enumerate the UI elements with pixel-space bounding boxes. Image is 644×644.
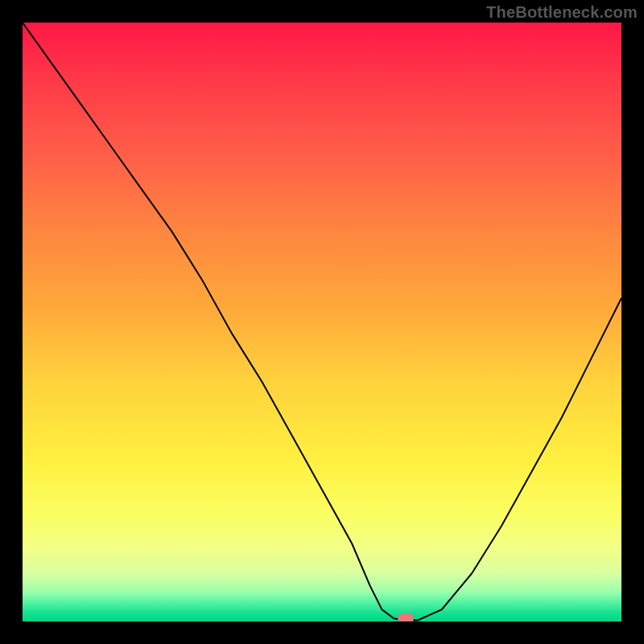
- chart-frame: TheBottleneck.com: [0, 0, 644, 644]
- watermark-text: TheBottleneck.com: [486, 3, 638, 22]
- bottleneck-curve: [23, 23, 621, 621]
- plot-area: [23, 23, 621, 621]
- optimum-marker: [398, 613, 414, 621]
